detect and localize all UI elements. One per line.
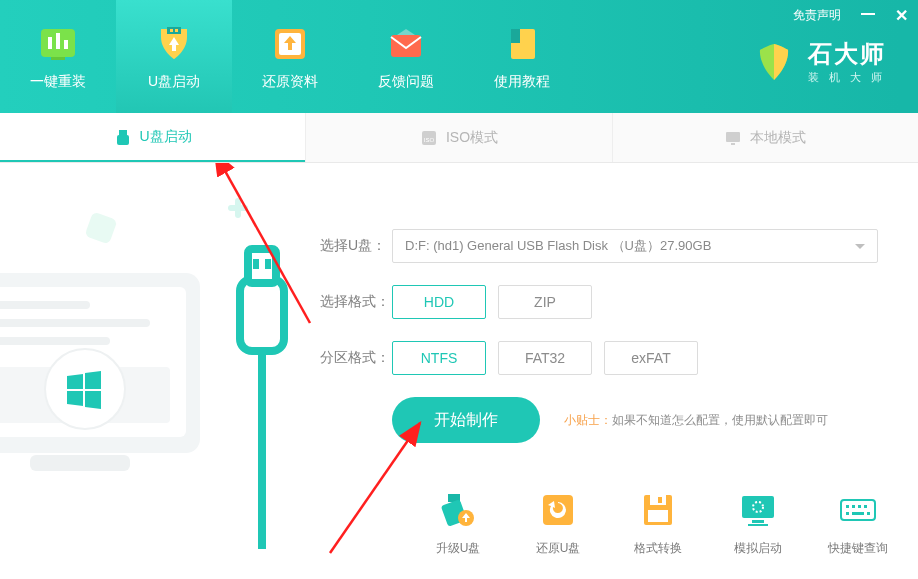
nav-tutorial[interactable]: 使用教程 (464, 0, 580, 113)
nav-label: 使用教程 (494, 73, 550, 91)
usb-upgrade-icon (438, 490, 478, 530)
tab-label: ISO模式 (446, 129, 498, 147)
svg-rect-45 (748, 524, 768, 526)
monitor-icon (724, 129, 742, 147)
svg-rect-33 (265, 259, 271, 269)
svg-rect-13 (119, 130, 127, 135)
svg-rect-46 (841, 500, 875, 520)
svg-rect-14 (117, 135, 129, 145)
tab-usb-boot[interactable]: U盘启动 (0, 113, 305, 162)
tool-format-convert[interactable]: 格式转换 (622, 490, 694, 557)
config-form: 选择U盘： D:F: (hd1) General USB Flash Disk … (320, 229, 878, 465)
svg-rect-24 (0, 301, 90, 309)
floppy-icon (638, 490, 678, 530)
svg-rect-42 (742, 496, 774, 518)
tool-restore-usb[interactable]: 还原U盘 (522, 490, 594, 557)
brand: 石大师 装机大师 (752, 40, 892, 84)
partition-fat32[interactable]: FAT32 (498, 341, 592, 375)
svg-rect-41 (648, 510, 668, 522)
usb-select-value: D:F: (hd1) General USB Flash Disk （U盘）27… (405, 237, 711, 255)
partition-ntfs[interactable]: NTFS (392, 341, 486, 375)
svg-rect-32 (253, 259, 259, 269)
tool-simulate-boot[interactable]: 模拟启动 (722, 490, 794, 557)
brand-name: 石大师 (808, 41, 892, 67)
tab-iso[interactable]: ISO ISO模式 (305, 113, 611, 162)
nav-reinstall[interactable]: 一键重装 (0, 0, 116, 113)
chevron-down-icon (855, 244, 865, 254)
usb-icon (114, 128, 132, 146)
svg-rect-40 (658, 497, 662, 503)
format-zip[interactable]: ZIP (498, 285, 592, 319)
tab-local[interactable]: 本地模式 (612, 113, 918, 162)
nav-label: U盘启动 (148, 73, 200, 91)
iso-icon: ISO (420, 129, 438, 147)
format-hdd[interactable]: HDD (392, 285, 486, 319)
tip: 小贴士：如果不知道怎么配置，使用默认配置即可 (564, 412, 828, 429)
svg-rect-31 (248, 249, 276, 283)
svg-rect-48 (852, 505, 855, 508)
usb-select-label: 选择U盘： (320, 237, 392, 255)
brand-sub: 装机大师 (808, 71, 892, 83)
svg-rect-52 (852, 512, 864, 515)
nav-label: 一键重装 (30, 73, 86, 91)
nav-usb-boot[interactable]: U盘启动 (116, 0, 232, 113)
monitor-boot-icon (738, 490, 778, 530)
start-make-button[interactable]: 开始制作 (392, 397, 540, 443)
usb-illustration (0, 179, 302, 579)
partition-exfat[interactable]: exFAT (604, 341, 698, 375)
svg-rect-44 (752, 520, 764, 523)
tool-upgrade-usb[interactable]: 升级U盘 (422, 490, 494, 557)
svg-rect-7 (175, 29, 178, 32)
usb-restore-icon (538, 490, 578, 530)
tool-label: 升级U盘 (436, 540, 481, 557)
partition-label: 分区格式： (320, 349, 392, 367)
svg-rect-2 (56, 33, 60, 49)
brand-logo-icon (752, 40, 796, 84)
svg-rect-30 (240, 279, 284, 351)
sub-tabs: U盘启动 ISO ISO模式 本地模式 (0, 113, 918, 163)
nav-feedback[interactable]: 反馈问题 (348, 0, 464, 113)
svg-rect-6 (170, 29, 173, 32)
close-button[interactable]: ✕ (895, 6, 908, 25)
window-controls: 免责声明 ✕ (793, 6, 908, 25)
minimize-button[interactable] (861, 13, 875, 15)
tip-text: 如果不知道怎么配置，使用默认配置即可 (612, 413, 828, 427)
envelope-icon (385, 23, 427, 65)
svg-rect-19 (84, 211, 117, 244)
tool-label: 快捷键查询 (828, 540, 888, 557)
svg-rect-18 (731, 143, 735, 145)
svg-rect-47 (846, 505, 849, 508)
svg-rect-3 (64, 40, 68, 49)
tool-hotkey-query[interactable]: 快捷键查询 (822, 490, 894, 557)
svg-rect-1 (48, 37, 52, 49)
tool-label: 模拟启动 (734, 540, 782, 557)
title-bar: 免责声明 ✕ 一键重装 U盘启动 还原资料 反馈问题 (0, 0, 918, 113)
svg-rect-25 (0, 319, 150, 327)
tool-label: 格式转换 (634, 540, 682, 557)
svg-rect-4 (51, 57, 65, 60)
svg-rect-53 (867, 512, 870, 515)
keyboard-icon (838, 490, 878, 530)
shield-usb-icon (153, 23, 195, 65)
svg-rect-21 (235, 198, 241, 218)
format-label: 选择格式： (320, 293, 392, 311)
svg-rect-50 (864, 505, 867, 508)
bar-chart-icon (37, 23, 79, 65)
tip-label: 小贴士： (564, 413, 612, 427)
svg-rect-5 (167, 27, 181, 34)
tab-label: 本地模式 (750, 129, 806, 147)
svg-rect-28 (30, 455, 130, 471)
upload-box-icon (269, 23, 311, 65)
nav-label: 还原资料 (262, 73, 318, 91)
tab-label: U盘启动 (140, 128, 192, 146)
main-nav: 一键重装 U盘启动 还原资料 反馈问题 使用教程 (0, 0, 580, 113)
book-icon (501, 23, 543, 65)
svg-rect-10 (391, 35, 421, 57)
tool-label: 还原U盘 (536, 540, 581, 557)
main-pane: 选择U盘： D:F: (hd1) General USB Flash Disk … (0, 163, 918, 579)
bottom-tools: 升级U盘 还原U盘 格式转换 模拟启动 快捷键查询 (422, 490, 894, 557)
nav-restore[interactable]: 还原资料 (232, 0, 348, 113)
disclaimer-link[interactable]: 免责声明 (793, 7, 841, 24)
usb-select[interactable]: D:F: (hd1) General USB Flash Disk （U盘）27… (392, 229, 878, 263)
nav-label: 反馈问题 (378, 73, 434, 91)
